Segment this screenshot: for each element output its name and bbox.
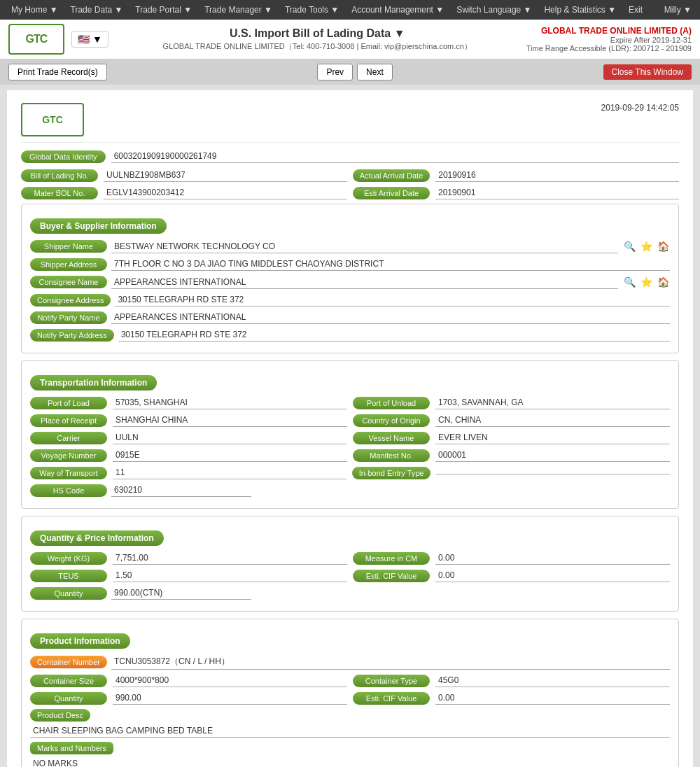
voyage-number-label: Voyage Number bbox=[30, 449, 107, 462]
shipper-address-row: Shipper Address 7TH FLOOR C NO 3 DA JIAO… bbox=[30, 258, 670, 271]
shipper-star-icon[interactable]: ⭐ bbox=[639, 239, 653, 253]
teus-cif-row: TEUS 1.50 Esti. CIF Value 0.00 bbox=[30, 569, 670, 582]
transport-inbond-row: Way of Transport 11 In-bond Entry Type bbox=[30, 466, 670, 479]
quantity-value: 990.00(CTN) bbox=[111, 586, 251, 600]
nav-trade-data[interactable]: Trade Data ▼ bbox=[65, 2, 129, 17]
doc-logo: GTC bbox=[21, 103, 84, 136]
carrier-vessel-row: Carrier UULN Vessel Name EVER LIVEN bbox=[30, 431, 670, 444]
bol-label: Bill of Lading No. bbox=[21, 169, 98, 182]
flag-button[interactable]: 🇺🇸 ▼ bbox=[71, 31, 108, 48]
expire-date: Expire After 2019-12-31 bbox=[526, 36, 692, 44]
consignee-name-value: APPEARANCES INTERNATIONAL bbox=[111, 276, 618, 289]
measure-cm-label: Measure in CM bbox=[353, 552, 430, 565]
nav-my-home[interactable]: My Home ▼ bbox=[6, 2, 64, 17]
port-unload-label: Port of Unload bbox=[353, 397, 430, 409]
esti-cif-label: Esti. CIF Value bbox=[353, 570, 430, 582]
carrier-value: UULN bbox=[113, 431, 347, 444]
prev-button-top[interactable]: Prev bbox=[317, 64, 353, 80]
weight-label: Weight (KG) bbox=[30, 552, 107, 565]
document-header: GTC 2019-09-29 14:42:05 bbox=[21, 97, 679, 143]
container-type-value: 45G0 bbox=[435, 674, 670, 687]
weight-value: 7,751.00 bbox=[113, 551, 347, 565]
measure-cm-value: 0.00 bbox=[435, 551, 670, 565]
nav-trade-portal[interactable]: Trade Portal ▼ bbox=[130, 2, 197, 17]
main-document: GTC 2019-09-29 14:42:05 Global Data Iden… bbox=[7, 90, 693, 767]
product-quantity-value: 990.00 bbox=[113, 691, 347, 705]
hs-code-label: HS Code bbox=[30, 484, 107, 497]
inbond-entry-value bbox=[436, 471, 670, 474]
consignee-name-label: Consignee Name bbox=[30, 276, 107, 288]
company-name: GLOBAL TRADE ONLINE LIMITED (A) bbox=[526, 26, 692, 36]
product-qty-cif-row: Quantity 990.00 Esti. CIF Value 0.00 bbox=[30, 691, 670, 705]
weight-measure-row: Weight (KG) 7,751.00 Measure in CM 0.00 bbox=[30, 551, 670, 565]
product-quantity-label: Quantity bbox=[30, 692, 107, 705]
consignee-home-icon[interactable]: 🏠 bbox=[656, 275, 670, 289]
container-type-label: Container Type bbox=[353, 675, 430, 687]
account-info: GLOBAL TRADE ONLINE LIMITED (A) Expire A… bbox=[526, 26, 692, 52]
marks-value: NO MARKS bbox=[30, 757, 670, 767]
consignee-star-icon[interactable]: ⭐ bbox=[639, 275, 653, 289]
nav-exit[interactable]: Exit bbox=[623, 2, 648, 17]
page-title: U.S. Import Bill of Lading Data ▼ bbox=[122, 27, 512, 40]
vessel-name-value: EVER LIVEN bbox=[435, 431, 670, 444]
port-unload-value: 1703, SAVANNAH, GA bbox=[435, 396, 670, 409]
logo-image: GTC bbox=[8, 24, 64, 55]
shipper-name-icons: 🔍 ⭐ 🏠 bbox=[622, 239, 670, 253]
carrier-label: Carrier bbox=[30, 432, 107, 444]
container-number-row: Container Number TCNU3053872（CN / L / HH… bbox=[30, 654, 670, 670]
teus-label: TEUS bbox=[30, 570, 107, 582]
buyer-supplier-section: Buyer & Supplier Information Shipper Nam… bbox=[21, 204, 679, 353]
close-button-top[interactable]: Close This Window bbox=[603, 64, 692, 80]
quantity-price-header: Quantity & Price Information bbox=[30, 530, 164, 546]
product-esti-cif-label: Esti. CIF Value bbox=[353, 692, 430, 705]
way-transport-value: 11 bbox=[113, 466, 346, 479]
ports-row: Port of Load 57035, SHANGHAI Port of Unl… bbox=[30, 396, 670, 409]
print-button-top[interactable]: Print Trade Record(s) bbox=[8, 64, 107, 80]
container-number-value: TCNU3053872（CN / L / HH） bbox=[111, 654, 670, 670]
time-range: Time Range Accessible (LDR): 200712 - 20… bbox=[526, 44, 692, 52]
consignee-name-icons: 🔍 ⭐ 🏠 bbox=[622, 275, 670, 289]
user-menu[interactable]: Milly ▼ bbox=[664, 5, 694, 15]
port-load-value: 57035, SHANGHAI bbox=[113, 396, 347, 409]
consignee-name-row: Consignee Name APPEARANCES INTERNATIONAL… bbox=[30, 275, 670, 289]
shipper-address-label: Shipper Address bbox=[30, 258, 107, 271]
page-title-area: U.S. Import Bill of Lading Data ▼ GLOBAL… bbox=[122, 27, 512, 52]
buyer-supplier-header: Buyer & Supplier Information bbox=[30, 218, 167, 234]
nav-trade-manager[interactable]: Trade Manager ▼ bbox=[199, 2, 278, 17]
top-action-bar: Print Trade Record(s) Prev Next Close Th… bbox=[0, 59, 700, 85]
consignee-address-value: 30150 TELEGRAPH RD STE 372 bbox=[115, 293, 670, 307]
nav-switch-language[interactable]: Switch Language ▼ bbox=[451, 2, 537, 17]
master-bol-label: Mater BOL No. bbox=[21, 187, 98, 199]
container-size-label: Container Size bbox=[30, 675, 107, 687]
consignee-search-icon[interactable]: 🔍 bbox=[622, 275, 636, 289]
notify-party-name-value: APPEARANCES INTERNATIONAL bbox=[111, 311, 670, 324]
product-esti-cif-value: 0.00 bbox=[435, 691, 670, 705]
nav-account-management[interactable]: Account Management ▼ bbox=[346, 2, 449, 17]
nav-trade-tools[interactable]: Trade Tools ▼ bbox=[279, 2, 344, 17]
vessel-name-label: Vessel Name bbox=[353, 432, 430, 444]
shipper-name-row: Shipper Name BESTWAY NETWORK TECHNOLOGY … bbox=[30, 239, 670, 253]
actual-arrival-label: Actual Arrival Date bbox=[353, 169, 430, 182]
doc-datetime: 2019-09-29 14:42:05 bbox=[601, 103, 679, 113]
product-section: Product Information Container Number TCN… bbox=[21, 619, 679, 767]
nav-help-statistics[interactable]: Help & Statistics ▼ bbox=[538, 2, 622, 17]
bol-value: UULNBZ1908MB637 bbox=[104, 169, 347, 182]
marks-section: Marks and Numbers NO MARKS bbox=[30, 742, 670, 767]
notify-party-name-row: Notify Party Name APPEARANCES INTERNATIO… bbox=[30, 311, 670, 324]
shipper-search-icon[interactable]: 🔍 bbox=[622, 239, 636, 253]
transportation-header: Transportation Information bbox=[30, 375, 157, 390]
voyage-number-value: 0915E bbox=[113, 449, 347, 462]
receipt-origin-row: Place of Receipt SHANGHAI CHINA Country … bbox=[30, 414, 670, 427]
container-size-value: 4000*900*800 bbox=[113, 674, 347, 687]
product-desc-label: Product Desc bbox=[30, 709, 90, 722]
notify-party-address-value: 30150 TELEGRAPH RD STE 372 bbox=[118, 328, 670, 342]
product-desc-value: CHAIR SLEEPING BAG CAMPING BED TABLE bbox=[30, 724, 670, 738]
hs-code-row: HS Code 630210 bbox=[30, 484, 670, 497]
bol-row: Bill of Lading No. UULNBZ1908MB637 Actua… bbox=[21, 169, 679, 182]
container-size-type-row: Container Size 4000*900*800 Container Ty… bbox=[30, 674, 670, 687]
nav-buttons-top: Prev Next bbox=[316, 64, 393, 80]
global-data-row: Global Data Identity 6003201909190000261… bbox=[21, 150, 679, 163]
shipper-home-icon[interactable]: 🏠 bbox=[656, 239, 670, 253]
next-button-top[interactable]: Next bbox=[357, 64, 393, 80]
header-bar: GTC 🇺🇸 ▼ U.S. Import Bill of Lading Data… bbox=[0, 20, 700, 59]
